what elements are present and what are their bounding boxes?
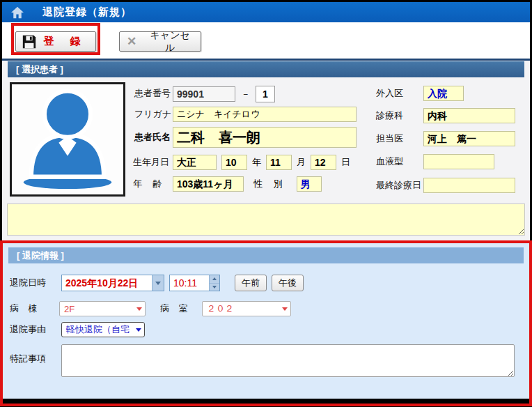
- gender-field: 男: [297, 176, 322, 192]
- floppy-disk-icon: [22, 34, 37, 49]
- chevron-down-icon: [134, 307, 145, 311]
- chevron-up-icon: [212, 277, 217, 280]
- inout-label: 外入区: [376, 86, 403, 101]
- person-icon: [12, 84, 123, 194]
- blood-type-label: 血液型: [376, 154, 403, 169]
- patient-number-dash: －: [241, 88, 250, 100]
- department-field: 内科: [423, 108, 515, 123]
- ward-label: 病 棟: [10, 300, 41, 317]
- kana-label: フリガナ: [134, 107, 171, 122]
- room-value: ２０２: [203, 302, 279, 315]
- discharge-reason-select[interactable]: 軽快退院（自宅: [61, 322, 145, 337]
- screenshot-root: 退院登録（新規） 登 録 ✕ キャンセル [ 選択患者 ]: [0, 0, 532, 407]
- title-bar: 退院登録（新規）: [2, 2, 530, 22]
- discharge-time-input[interactable]: 10:11: [169, 275, 220, 291]
- am-button[interactable]: 午前: [235, 275, 267, 291]
- selected-patient-header: [ 選択患者 ]: [8, 61, 524, 77]
- spin-down-button[interactable]: [210, 284, 219, 291]
- patient-name-field: 二科 喜一朗: [173, 127, 357, 148]
- save-button[interactable]: 登 録: [15, 31, 96, 52]
- cancel-button-label: キャンセル: [136, 29, 201, 54]
- birth-day-field: 12: [311, 155, 336, 170]
- department-label: 診療科: [376, 108, 403, 123]
- doctor-field: 河上 篤一: [423, 131, 515, 146]
- date-dropdown-button[interactable]: [152, 275, 164, 291]
- chevron-down-icon: [279, 307, 290, 311]
- room-label: 病 室: [160, 300, 191, 317]
- special-notes-textarea[interactable]: [61, 344, 515, 377]
- chevron-down-icon: [133, 328, 144, 332]
- discharge-time-value: 10:11: [170, 275, 209, 291]
- branch-number-field[interactable]: 1: [256, 86, 275, 102]
- patient-name-label: 患者氏名: [134, 130, 171, 145]
- kana-field: ニシナ キイチロウ: [173, 107, 357, 122]
- doctor-label: 担当医: [376, 131, 403, 146]
- inout-field: 入院: [423, 86, 464, 101]
- special-notes-label: 特記事項: [10, 351, 46, 367]
- home-icon[interactable]: [10, 6, 24, 19]
- cancel-x-icon: ✕: [127, 34, 136, 49]
- last-visit-field: [423, 178, 515, 193]
- discharge-datetime-label: 退院日時: [10, 275, 46, 291]
- birth-month-field: 11: [266, 155, 292, 170]
- discharge-date-picker[interactable]: 2025年10月22日: [61, 275, 164, 291]
- toolbar: 登 録 ✕ キャンセル: [2, 22, 530, 59]
- pm-button[interactable]: 午後: [272, 275, 304, 291]
- selected-patient-section: [ 選択患者 ] 患者番号 フリガナ 患者氏名 生年月日 年 齢 99901 －…: [2, 61, 530, 240]
- birth-era-field: 大正: [173, 155, 217, 170]
- discharge-info-header: [ 退院情報 ]: [8, 247, 524, 263]
- discharge-reason-label: 退院事由: [10, 321, 46, 338]
- cancel-button[interactable]: ✕ キャンセル: [119, 31, 201, 52]
- patient-memo-textarea[interactable]: [7, 204, 525, 236]
- gender-label: 性 別: [253, 178, 287, 190]
- age-field: 103歳11ヶ月: [173, 176, 244, 192]
- patient-number-label: 患者番号: [134, 86, 171, 101]
- page-title: 退院登録（新規）: [42, 6, 132, 19]
- patient-photo: [10, 82, 125, 197]
- month-suffix: 月: [297, 156, 306, 169]
- app-window: 退院登録（新規） 登 録 ✕ キャンセル [ 選択患者 ]: [2, 2, 530, 399]
- room-select[interactable]: ２０２: [202, 301, 291, 316]
- ward-select[interactable]: 2F: [59, 301, 146, 316]
- year-suffix: 年: [252, 156, 261, 169]
- discharge-date-value: 2025年10月22日: [62, 275, 152, 291]
- ward-value: 2F: [60, 304, 134, 314]
- chevron-down-icon: [155, 282, 161, 285]
- last-visit-label: 最終診療日: [376, 178, 421, 193]
- birth-date-label: 生年月日: [133, 155, 169, 170]
- discharge-info-section: [ 退院情報 ] 退院日時 2025年10月22日 10:11 午前 午後 病 …: [2, 240, 530, 399]
- patient-number-field: 99901: [173, 86, 235, 102]
- blood-type-field: [423, 154, 494, 169]
- chevron-down-icon: [212, 286, 217, 289]
- save-button-label: 登 録: [37, 35, 95, 48]
- birth-year-field: 10: [221, 155, 247, 170]
- discharge-reason-value: 軽快退院（自宅: [62, 323, 133, 336]
- day-suffix: 日: [341, 156, 350, 169]
- spin-up-button[interactable]: [210, 275, 219, 284]
- time-spinner[interactable]: [209, 275, 219, 291]
- age-label: 年 齢: [133, 176, 166, 192]
